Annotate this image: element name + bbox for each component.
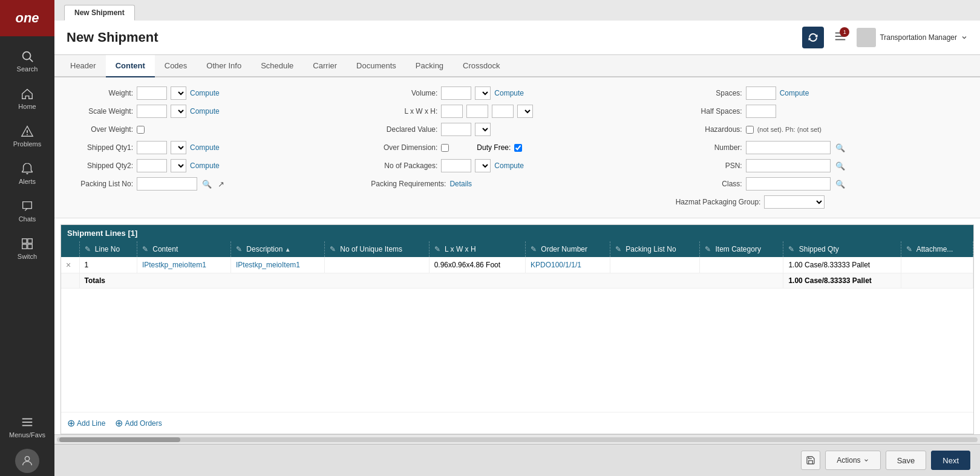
class-input[interactable] [746,177,831,191]
add-orders-btn[interactable]: ⊕ Add Orders [115,417,162,429]
sidebar-item-home[interactable]: Home [0,80,54,117]
over-weight-checkbox[interactable] [137,126,145,134]
scale-weight-input[interactable] [137,105,167,118]
length-input[interactable] [441,105,463,118]
sidebar-item-alerts[interactable]: Alerts [0,155,54,192]
actions-button[interactable]: Actions [825,451,880,470]
actions-chevron-icon [863,457,869,463]
col-attachment[interactable]: ✎ Attachme... [901,241,973,257]
col-shipped-qty[interactable]: ✎ Shipped Qty [783,241,901,257]
no-packages-unit-select[interactable] [475,159,491,172]
refresh-button[interactable] [802,27,824,48]
user-icon[interactable] [15,449,39,473]
save-button[interactable]: Save [886,451,927,470]
spaces-input[interactable] [746,86,776,100]
tab-carrier[interactable]: Carrier [303,55,347,77]
tab-schedule[interactable]: Schedule [251,55,303,77]
search-icon [21,50,34,63]
half-spaces-input[interactable] [746,105,776,118]
col-packing-list-no[interactable]: ✎ Packing List No [610,241,699,257]
declared-value-currency-select[interactable] [475,123,491,136]
packing-list-no-input[interactable] [137,177,197,191]
weight-compute-btn[interactable]: Compute [190,89,220,97]
bottom-icon-btn[interactable] [801,451,820,470]
tab-crossdock[interactable]: Crossdock [453,55,509,77]
no-packages-compute-btn[interactable]: Compute [494,161,524,170]
volume-input[interactable] [441,86,471,100]
col-no-unique-items[interactable]: ✎ No of Unique Items [325,241,430,257]
hazardous-checkbox[interactable] [746,126,754,134]
col-item-category[interactable]: ✎ Item Category [700,241,783,257]
sidebar-item-menus-label: Menus/Favs [9,431,45,439]
hazmat-pkg-select[interactable] [764,195,825,209]
weight-input[interactable] [137,86,167,100]
col-description[interactable]: ✎ Description ▲ [230,241,324,257]
declared-value-input[interactable] [441,123,471,136]
tab-documents[interactable]: Documents [347,55,406,77]
over-weight-label: Over Weight: [67,125,133,134]
number-search-btn[interactable]: 🔍 [834,143,846,152]
svg-point-3 [27,134,28,135]
tab-header[interactable]: Header [60,55,106,77]
spaces-compute-btn[interactable]: Compute [780,89,809,97]
shipped-qty1-input[interactable] [137,141,167,154]
scale-weight-unit-select[interactable] [171,105,186,118]
scale-weight-compute-btn[interactable]: Compute [190,107,220,116]
shipped-qty2-input[interactable] [137,159,167,172]
tab-codes[interactable]: Codes [155,55,197,77]
shipped-qty1-label: Shipped Qty1: [67,143,133,152]
psn-input[interactable] [746,159,831,172]
delete-row-btn[interactable]: × [66,260,71,270]
sidebar-item-switch[interactable]: Switch [0,230,54,267]
hazardous-row: Hazardous: (not set). Ph: (not set) [676,122,968,137]
shipped-qty1-compute-btn[interactable]: Compute [190,143,220,152]
app-logo[interactable]: one [0,0,54,36]
duty-free-checkbox[interactable] [514,144,522,152]
col-lxwxh[interactable]: ✎ L x W x H [429,241,525,257]
lxwxh-unit-select[interactable] [517,105,533,118]
form-col-2: Volume: Compute L x W x H: Declared Valu… [371,86,663,209]
row-content[interactable]: IPtestkp_meioItem1 [137,257,230,273]
sidebar-item-problems[interactable]: Problems [0,117,54,155]
volume-compute-btn[interactable]: Compute [494,89,524,97]
home-icon [21,87,34,100]
col-content[interactable]: ✎ Content [137,241,230,257]
weight-unit-select[interactable] [171,86,186,100]
number-label: Number: [676,143,742,152]
number-input[interactable] [746,141,831,154]
class-search-btn[interactable]: 🔍 [834,180,846,189]
sidebar-item-chats[interactable]: Chats [0,192,54,230]
packing-list-search-btn[interactable]: 🔍 [201,180,213,189]
notification-button[interactable]: 1 [834,30,847,46]
packing-req-details-link[interactable]: Details [449,180,472,188]
shipment-lines-header: Shipment Lines [1] [61,225,973,241]
shipped-qty2-unit-select[interactable] [171,159,186,172]
horizontal-scroll[interactable] [54,434,980,444]
shipped-qty2-compute-btn[interactable]: Compute [190,161,220,170]
tab-packing[interactable]: Packing [406,55,453,77]
col-order-number[interactable]: ✎ Order Number [525,241,610,257]
user-dropdown[interactable]: Transportation Manager [857,28,968,47]
row-order-number[interactable]: KPDO100/1/1/1 [525,257,610,273]
row-shipped-qty: 1.00 Case/8.33333 Pallet [783,257,901,273]
psn-search-btn[interactable]: 🔍 [834,161,846,171]
col-content-edit-icon: ✎ [142,245,148,253]
width-input[interactable] [466,105,488,118]
form-col-3: Spaces: Compute Half Spaces: Hazardous: … [676,86,968,209]
top-tab-new-shipment[interactable]: New Shipment [64,5,135,21]
sidebar-item-search[interactable]: Search [0,42,54,80]
shipped-qty1-unit-select[interactable] [171,141,186,154]
col-line-no[interactable]: ✎ Line No [79,241,137,257]
tab-content[interactable]: Content [106,55,155,77]
height-input[interactable] [492,105,514,118]
volume-unit-select[interactable] [475,86,491,100]
over-dimension-checkbox[interactable] [441,144,449,152]
sidebar-item-menus[interactable]: Menus/Favs [0,408,54,446]
row-description[interactable]: IPtestkp_meioItem1 [230,257,324,273]
next-button[interactable]: Next [931,451,970,470]
add-line-btn[interactable]: ⊕ Add Line [67,417,105,429]
tab-other-info[interactable]: Other Info [197,55,251,77]
packing-list-open-btn[interactable]: ↗ [217,180,226,189]
totals-row: Totals 1.00 Case/8.33333 Pallet [61,273,973,289]
no-packages-input[interactable] [441,159,471,172]
